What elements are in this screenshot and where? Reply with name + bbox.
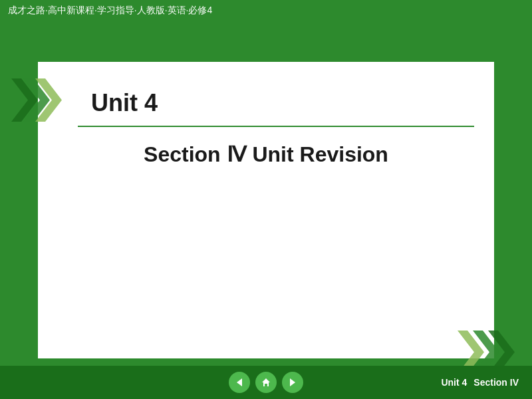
- nav-buttons-group: [133, 372, 399, 393]
- next-button[interactable]: [282, 372, 303, 393]
- svg-marker-6: [237, 378, 242, 386]
- next-icon: [287, 377, 298, 388]
- main-area: Unit 4 Section Ⅳ Unit Revision: [0, 21, 532, 399]
- bottom-navigation-bar: Unit 4 Section IV: [0, 366, 532, 399]
- prev-button[interactable]: [229, 372, 250, 393]
- section-title: Section Ⅳ Unit Revision: [144, 142, 388, 167]
- slide-content: Unit 4 Section Ⅳ Unit Revision: [37, 61, 495, 360]
- bottom-unit-label: Unit 4: [441, 377, 467, 388]
- header-bar: 成才之路·高中新课程·学习指导·人教版·英语·必修4: [0, 0, 532, 21]
- left-chevrons-decoration: [5, 75, 65, 125]
- unit-title: Unit 4: [91, 89, 158, 117]
- svg-marker-8: [290, 378, 295, 386]
- unit-title-area: Unit 4: [78, 80, 474, 127]
- section-content-area: Section Ⅳ Unit Revision: [38, 142, 494, 167]
- svg-marker-7: [262, 378, 270, 386]
- bottom-info: Unit 4 Section IV: [441, 377, 519, 388]
- home-button[interactable]: [255, 372, 277, 393]
- home-icon: [261, 377, 271, 388]
- bottom-section-label: Section IV: [473, 377, 519, 388]
- header-title: 成才之路·高中新课程·学习指导·人教版·英语·必修4: [8, 5, 212, 17]
- prev-icon: [234, 377, 245, 388]
